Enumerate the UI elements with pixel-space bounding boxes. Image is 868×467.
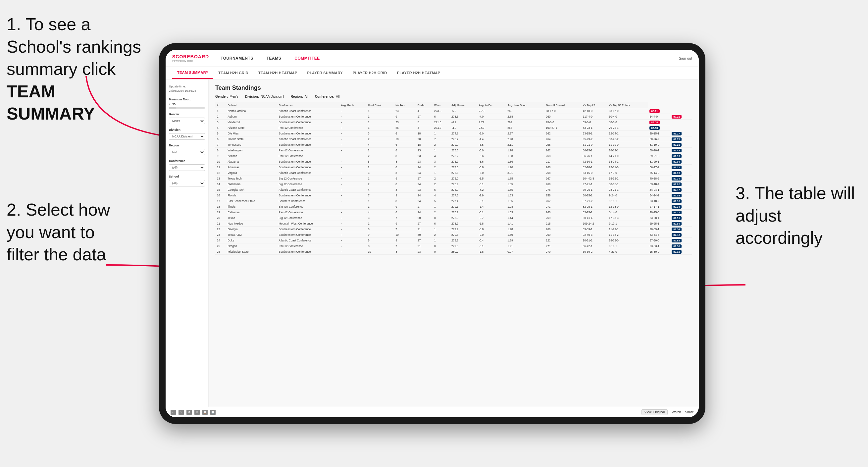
table-row: 10AlabamaSoutheastern Conference-5823327… [215, 159, 692, 165]
sub-nav: TEAM SUMMARY TEAM H2H GRID TEAM H2H HEAT… [165, 67, 699, 80]
gender-label: Gender [169, 113, 205, 116]
col-school: School [226, 102, 277, 108]
table-title: Team Standings [215, 85, 692, 91]
sign-out[interactable]: Sign out [679, 56, 692, 60]
view-original-button[interactable]: View: Original [642, 409, 668, 415]
region-label: Region [169, 144, 205, 147]
logo-text: SCOREBOARD [172, 54, 209, 59]
logo-area: SCOREBOARD Powered by clippi [172, 54, 209, 62]
tab-team-summary[interactable]: TEAM SUMMARY [172, 67, 213, 79]
conference-section: Conference (All) [169, 159, 205, 171]
nav-item-tournaments[interactable]: TOURNAMENTS [219, 51, 255, 66]
table-row: 23Texas A&MSoutheastern Conference-91030… [215, 232, 692, 238]
undo-icon[interactable]: ↩ [170, 410, 176, 415]
col-conference: Conference [277, 102, 339, 108]
table-row: 8WashingtonPac-12 Conference-28231276.3-… [215, 148, 692, 153]
region-select[interactable]: N/A All [169, 149, 205, 155]
round-slider[interactable] [169, 107, 205, 108]
gender-filter-label: Gender: [215, 95, 228, 98]
col-no-tour: No Tour [394, 102, 416, 108]
division-filter: Division: NCAA Division I [245, 95, 284, 98]
bottom-toolbar: ↩ ↪ ↺ ⎘ 📋 🕐 View: Original Watch Share [165, 407, 699, 417]
max-val: 30 [172, 103, 176, 106]
min-val: 4 [169, 103, 170, 106]
school-section: School (All) [169, 175, 205, 186]
tab-player-h2h-heatmap[interactable]: PLAYER H2H HEATMAP [392, 67, 445, 79]
region-filter: Region: All [291, 95, 308, 98]
conference-filter: Conference: All [315, 95, 339, 98]
table-row: 17East Tennessee StateSouthern Conferenc… [215, 198, 692, 204]
watch-button[interactable]: Watch [672, 410, 681, 414]
table-row: 13Texas TechBig 12 Conference-19272276.0… [215, 176, 692, 182]
table-row: 26Mississippi StateSoutheastern Conferen… [215, 249, 692, 255]
table-row: 24DukeAtlantic Coast Conference-59271279… [215, 238, 692, 243]
table-row: 16FloridaSoutheastern Conference-7924427… [215, 193, 692, 198]
col-overall: Overall Record [544, 102, 581, 108]
region-section: Region N/A All [169, 144, 205, 155]
share-button[interactable]: Share [685, 410, 694, 414]
clock-icon[interactable]: 🕐 [210, 410, 216, 415]
table-row: 25OregonPac-12 Conference-87210279.5-3.1… [215, 243, 692, 249]
gender-section: Gender Men's Women's [169, 113, 205, 124]
col-avg-rank: Avg. Rank [339, 102, 366, 108]
copy-icon[interactable]: ⎘ [194, 410, 200, 415]
conference-select[interactable]: (All) [169, 164, 205, 171]
col-wins: Wins [433, 102, 450, 108]
refresh-icon[interactable]: ↺ [186, 410, 192, 415]
redo-icon[interactable]: ↪ [179, 410, 184, 415]
table-row: 6Florida StateAtlantic Coast Conference-… [215, 136, 692, 142]
table-row: 5Ole MissSoutheastern Conference-3618127… [215, 131, 692, 136]
col-vs-top-25: Vs Top 25 [581, 102, 608, 108]
toolbar-right: View: Original Watch Share [642, 409, 694, 415]
school-label: School [169, 175, 205, 178]
nav-item-teams[interactable]: TEAMS [265, 51, 283, 66]
gender-filter: Gender: Men's [215, 95, 239, 98]
table-row: 7TennesseeSoutheastern Conference-461822… [215, 142, 692, 148]
division-select[interactable]: NCAA Division I NCAA Division II [169, 133, 205, 140]
division-filter-label: Division: [245, 95, 259, 98]
table-row: 4Arizona StatePac-12 Conference-1264274.… [215, 125, 692, 131]
table-row: 11ArkansasSoutheastern Conference-282422… [215, 165, 692, 170]
col-rnds: Rnds [416, 102, 433, 108]
school-select[interactable]: (All) [169, 180, 205, 186]
nav-items: TOURNAMENTS TEAMS COMMITTEE [219, 51, 679, 66]
gender-select[interactable]: Men's Women's [169, 118, 205, 124]
conference-label: Conference [169, 159, 205, 163]
table-row: 1North CarolinaAtlantic Coast Conference… [215, 108, 692, 114]
main-content: Update time: 27/03/2024 16:56:26 Minimum… [165, 80, 699, 407]
filter-row: Gender: Men's Division: NCAA Division I … [215, 95, 692, 98]
table-row: 14OklahomaBig 12 Conference-28242276.9-3… [215, 182, 692, 187]
table-header-row: # School Conference Avg. Rank Conf Rank … [215, 102, 692, 108]
region-filter-label: Region: [291, 95, 303, 98]
division-filter-value: NCAA Division I [260, 95, 284, 98]
standings-table: # School Conference Avg. Rank Conf Rank … [215, 102, 692, 255]
minimum-rou-label: Minimum Rou... [169, 98, 205, 101]
minimum-rou-section: Minimum Rou... 4 30 [169, 98, 205, 108]
sidebar: Update time: 27/03/2024 16:56:26 Minimum… [165, 80, 209, 407]
col-vs-top-50: Vs Top 50 Points [607, 102, 648, 108]
tablet-screen: SCOREBOARD Powered by clippi TOURNAMENTS… [165, 50, 699, 417]
sidebar-update: Update time: 27/03/2024 16:56:26 [169, 85, 205, 93]
table-row: 12VirginiaAtlantic Coast Conference-3824… [215, 170, 692, 176]
conference-filter-value: All [336, 95, 339, 98]
conference-filter-label: Conference: [315, 95, 334, 98]
instruction-3: 3. The table will adjust accordingly [736, 182, 861, 249]
tab-team-h2h-grid[interactable]: TEAM H2H GRID [213, 67, 253, 79]
tab-player-summary[interactable]: PLAYER SUMMARY [302, 67, 348, 79]
table-row: 19CaliforniaPac-12 Conference-48242278.2… [215, 210, 692, 215]
table-row: 15Georgia TechAtlantic Coast Conference-… [215, 187, 692, 193]
table-row: 22GeorgiaSoutheastern Conference-8721127… [215, 226, 692, 232]
table-row: 21New MexicoMountain West Conference-192… [215, 221, 692, 226]
col-conf-rank: Conf Rank [366, 102, 394, 108]
tab-player-h2h-grid[interactable]: PLAYER H2H GRID [348, 67, 392, 79]
division-section: Division NCAA Division I NCAA Division I… [169, 128, 205, 140]
paste-icon[interactable]: 📋 [203, 410, 208, 415]
tablet: SCOREBOARD Powered by clippi TOURNAMENTS… [159, 43, 705, 424]
table-row: 9ArizonaPac-12 Conference-28234278.2-3.6… [215, 153, 692, 159]
table-row: 20TexasBig 12 Conference-37208278.0-0.71… [215, 215, 692, 221]
tab-team-h2h-heatmap[interactable]: TEAM H2H HEATMAP [253, 67, 302, 79]
region-filter-value: All [305, 95, 308, 98]
nav-item-committee[interactable]: COMMITTEE [293, 51, 321, 66]
table-area: Team Standings Gender: Men's Division: N… [209, 80, 699, 407]
col-adj-score: Adj. Score [450, 102, 477, 108]
